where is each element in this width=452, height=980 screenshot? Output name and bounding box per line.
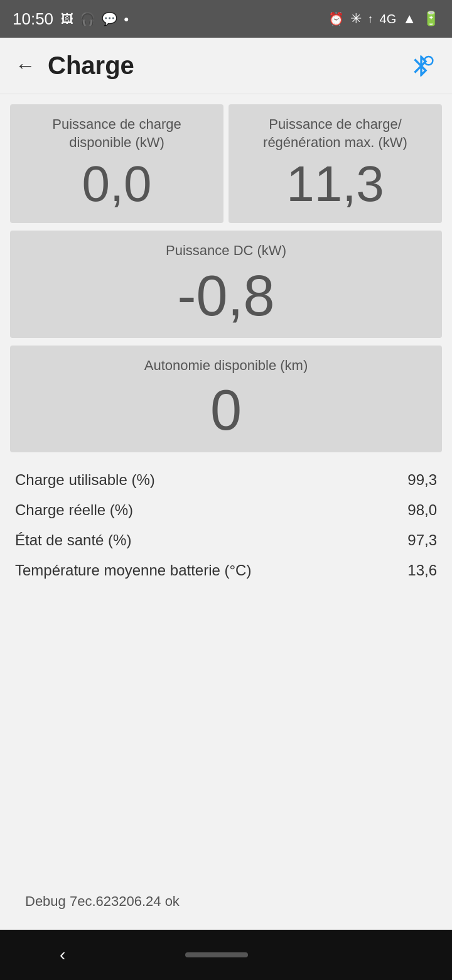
autonomie-card-row: Autonomie disponible (km) 0 (10, 346, 442, 453)
nav-back-button[interactable]: ‹ (60, 945, 65, 965)
dc-card-row: Puissance DC (kW) -0,8 (10, 231, 442, 338)
autonomie-label: Autonomie disponible (km) (144, 357, 308, 375)
puissance-regen-card: Puissance de charge/ régénération max. (… (229, 104, 442, 223)
stat-label: Charge utilisable (%) (15, 471, 155, 489)
app-bar: ← Charge (0, 38, 452, 94)
bluetooth-icon (409, 53, 434, 79)
stat-value: 13,6 (407, 562, 437, 579)
nav-bar: ‹ (0, 930, 452, 980)
status-time: 10:50 (13, 9, 53, 29)
debug-text: Debug 7ec.623206.24 ok (25, 893, 180, 909)
puissance-charge-label: Puissance de charge disponible (kW) (20, 116, 213, 151)
puissance-dc-value: -0,8 (177, 268, 274, 324)
bluetooth-button[interactable] (406, 50, 437, 82)
4g-label: 4G (380, 12, 397, 26)
arrow-up-icon: ↑ (368, 13, 374, 26)
status-icons: 🖼 🎧 💬 ● (61, 11, 129, 26)
stat-row: Charge réelle (%)98,0 (15, 495, 437, 525)
puissance-dc-card: Puissance DC (kW) -0,8 (10, 231, 442, 338)
signal-icon: ▲ (402, 11, 416, 27)
bluetooth-status-icon: ✳ (350, 11, 362, 27)
page-title: Charge (48, 52, 406, 80)
top-cards-row: Puissance de charge disponible (kW) 0,0 … (10, 104, 442, 223)
puissance-dc-label: Puissance DC (kW) (166, 242, 286, 260)
stat-value: 99,3 (407, 471, 437, 489)
puissance-regen-value: 11,3 (286, 159, 384, 209)
stat-row: État de santé (%)97,3 (15, 525, 437, 555)
main-content: Puissance de charge disponible (kW) 0,0 … (0, 94, 452, 930)
stat-label: Charge réelle (%) (15, 501, 133, 519)
debug-bar: Debug 7ec.623206.24 ok (10, 883, 442, 920)
image-icon: 🖼 (61, 12, 73, 26)
puissance-regen-label: Puissance de charge/ régénération max. (… (239, 116, 432, 151)
stat-value: 98,0 (407, 501, 437, 519)
stats-list: Charge utilisable (%)99,3Charge réelle (… (10, 460, 442, 585)
status-bar-left: 10:50 🖼 🎧 💬 ● (13, 9, 129, 29)
nav-home-pill[interactable] (185, 952, 248, 957)
status-bar: 10:50 🖼 🎧 💬 ● ⏰ ✳ ↑ 4G ▲ 🔋 (0, 0, 452, 38)
back-button[interactable]: ← (15, 54, 35, 77)
stat-row: Température moyenne batterie (°C)13,6 (15, 555, 437, 585)
puissance-charge-value: 0,0 (82, 159, 151, 209)
stat-row: Charge utilisable (%)99,3 (15, 465, 437, 495)
autonomie-value: 0 (210, 382, 242, 438)
stat-label: État de santé (%) (15, 531, 131, 549)
chat-icon: 💬 (102, 11, 117, 26)
status-bar-right: ⏰ ✳ ↑ 4G ▲ 🔋 (328, 11, 439, 27)
battery-icon: 🔋 (422, 11, 439, 27)
dot-icon: ● (124, 14, 129, 24)
stat-label: Température moyenne batterie (°C) (15, 562, 251, 579)
puissance-charge-card: Puissance de charge disponible (kW) 0,0 (10, 104, 223, 223)
alarm-icon: ⏰ (328, 11, 344, 26)
headphone-icon: 🎧 (80, 11, 95, 26)
stat-value: 97,3 (407, 531, 437, 549)
autonomie-card: Autonomie disponible (km) 0 (10, 346, 442, 453)
